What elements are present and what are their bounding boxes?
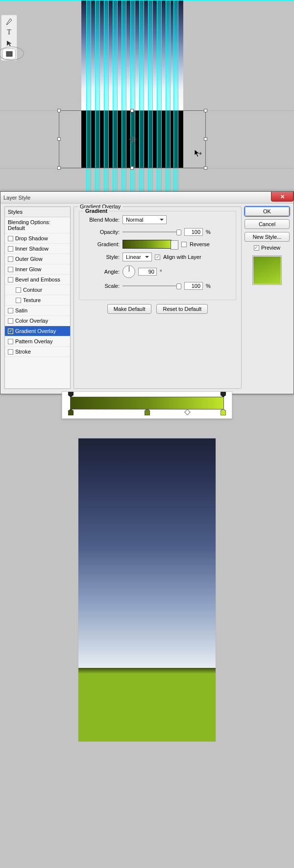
preview-label: Preview — [261, 245, 280, 251]
sidebar-item-label: Inner Glow — [15, 266, 41, 272]
sidebar-item-label: Inner Shadow — [15, 246, 49, 252]
opacity-slider[interactable] — [122, 229, 181, 235]
sidebar-item-texture[interactable]: Texture — [5, 295, 70, 306]
sidebar-item-pattern-overlay[interactable]: Pattern Overlay — [5, 336, 70, 347]
style-checkbox[interactable] — [8, 308, 13, 313]
opacity-stop-icon[interactable] — [220, 392, 226, 397]
sidebar-item-label: Outer Glow — [15, 256, 43, 262]
tool-highlight-icon — [0, 47, 24, 60]
style-checkbox[interactable] — [8, 329, 13, 334]
dialog-title: Layer Style — [3, 195, 30, 201]
align-label: Align with Layer — [163, 254, 201, 260]
free-transform-bounds[interactable] — [59, 110, 206, 168]
sidebar-item-satin[interactable]: Satin — [5, 306, 70, 316]
dialog-right-panel: OK Cancel New Style... Preview — [245, 206, 290, 389]
sidebar-head: Styles — [5, 207, 70, 217]
sidebar-item-label: Texture — [23, 297, 41, 303]
cancel-button[interactable]: Cancel — [245, 219, 290, 229]
midpoint-diamond-icon[interactable] — [184, 409, 191, 415]
gradient-swatch-picker[interactable] — [122, 240, 172, 249]
angle-dial[interactable] — [122, 265, 135, 278]
sidebar-item-label: Blending Options: Default — [8, 219, 67, 231]
sidebar-item-label: Contour — [23, 287, 42, 293]
type-tool-icon[interactable]: T — [2, 27, 16, 38]
gradient-editor-strip[interactable] — [70, 397, 224, 409]
canvas-area: T — [0, 0, 294, 191]
sidebar-item-label: Satin — [15, 307, 27, 313]
sidebar-item-bevel-and-emboss[interactable]: Bevel and Emboss — [5, 275, 70, 285]
pen-tool-icon[interactable] — [2, 16, 16, 27]
ok-button[interactable]: OK — [245, 206, 290, 216]
color-stop-icon[interactable] — [145, 409, 150, 415]
make-default-button[interactable]: Make Default — [107, 304, 152, 314]
sidebar-item-color-overlay[interactable]: Color Overlay — [5, 316, 70, 326]
sidebar-item-label: Bevel and Emboss — [15, 277, 60, 282]
close-icon: ✕ — [280, 194, 285, 200]
dialog-titlebar[interactable]: Layer Style ✕ — [0, 192, 294, 204]
sidebar-item-label: Pattern Overlay — [15, 338, 52, 344]
style-checkbox[interactable] — [8, 236, 13, 241]
svg-marker-4 — [145, 409, 150, 415]
style-checkbox[interactable] — [8, 277, 13, 282]
svg-marker-3 — [68, 409, 74, 415]
subgroup-legend: Gradient — [83, 208, 109, 214]
style-dropdown[interactable]: Linear — [122, 253, 152, 261]
opacity-input[interactable] — [184, 228, 203, 236]
blend-mode-value: Normal — [126, 217, 143, 223]
sidebar-item-label: Drop Shadow — [15, 235, 48, 241]
scale-slider[interactable] — [122, 282, 181, 289]
preview-checkbox[interactable] — [254, 245, 259, 251]
svg-marker-2 — [220, 392, 226, 397]
result-canvas — [78, 438, 216, 741]
style-checkbox[interactable] — [8, 267, 13, 272]
style-checkbox[interactable] — [8, 339, 13, 344]
style-value: Linear — [126, 254, 141, 260]
result-preview-area — [0, 419, 294, 776]
angle-unit: ° — [160, 269, 162, 275]
sidebar-item-gradient-overlay[interactable]: Gradient Overlay — [5, 326, 70, 336]
blend-mode-label: Blend Mode: — [84, 217, 120, 223]
gradient-overlay-group: Gradient Overlay Gradient Blend Mode: No… — [74, 206, 242, 389]
gradient-editor-callout — [62, 391, 232, 419]
align-checkbox[interactable] — [155, 255, 160, 260]
color-stop-icon[interactable] — [68, 409, 74, 415]
style-checkbox[interactable] — [8, 318, 13, 324]
pct-label: % — [206, 283, 211, 289]
sidebar-item-label: Gradient Overlay — [15, 328, 56, 334]
preview-swatch — [252, 255, 282, 285]
style-label: Style: — [84, 254, 120, 260]
svg-marker-1 — [68, 392, 74, 397]
sidebar-item-inner-glow[interactable]: Inner Glow — [5, 264, 70, 275]
sidebar-item-stroke[interactable]: Stroke — [5, 347, 70, 357]
opacity-stop-icon[interactable] — [68, 392, 74, 397]
scale-input[interactable] — [184, 282, 203, 290]
angle-input[interactable] — [138, 268, 157, 276]
gradient-label: Gradient: — [84, 241, 120, 247]
sidebar-item-inner-shadow[interactable]: Inner Shadow — [5, 244, 70, 254]
reset-default-button[interactable]: Reset to Default — [156, 304, 208, 314]
reverse-label: Reverse — [190, 241, 210, 247]
dialog-close-button[interactable]: ✕ — [271, 192, 294, 202]
styles-sidebar: Styles Blending Options: DefaultDrop Sha… — [4, 206, 71, 389]
color-stop-icon[interactable] — [220, 409, 226, 415]
gradient-inner-group: Gradient Blend Mode: Normal Opacity: % G… — [79, 211, 236, 300]
blend-mode-dropdown[interactable]: Normal — [122, 215, 167, 224]
sidebar-item-drop-shadow[interactable]: Drop Shadow — [5, 233, 70, 244]
style-checkbox[interactable] — [8, 246, 13, 252]
new-style-button[interactable]: New Style... — [245, 232, 290, 242]
sidebar-item-blending-options-default[interactable]: Blending Options: Default — [5, 217, 70, 233]
scale-label: Scale: — [84, 283, 120, 289]
style-checkbox[interactable] — [16, 298, 21, 303]
style-checkbox[interactable] — [8, 256, 13, 262]
angle-label: Angle: — [84, 269, 120, 275]
style-checkbox[interactable] — [8, 349, 13, 355]
pct-label: % — [206, 229, 211, 235]
layer-style-dialog: Layer Style ✕ Styles Blending Options: D… — [0, 191, 294, 394]
sidebar-item-outer-glow[interactable]: Outer Glow — [5, 254, 70, 264]
sidebar-item-contour[interactable]: Contour — [5, 285, 70, 295]
reverse-checkbox[interactable] — [181, 242, 187, 247]
sidebar-item-label: Stroke — [15, 349, 31, 355]
guide-line — [0, 0, 294, 0]
style-checkbox[interactable] — [16, 287, 21, 293]
svg-marker-5 — [220, 409, 226, 415]
